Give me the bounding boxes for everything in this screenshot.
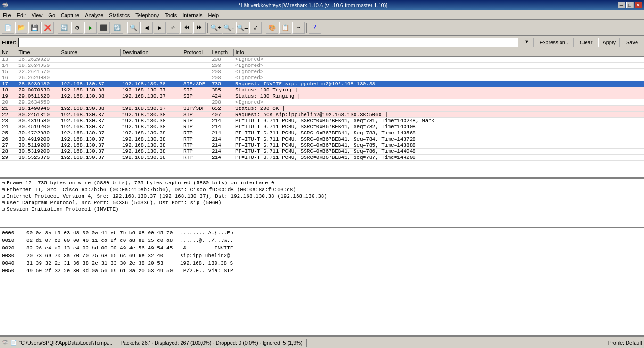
table-cell: 22: [0, 112, 17, 118]
expand-icon[interactable]: ⊞: [2, 207, 5, 212]
go-to-first-button[interactable]: ⏮: [180, 22, 192, 34]
capture-options-button[interactable]: ⚙: [71, 22, 83, 34]
menu-item-file[interactable]: File: [0, 11, 14, 19]
menu-item-internals[interactable]: Internals: [180, 11, 205, 19]
filter-toolbar-button[interactable]: 🔍: [127, 22, 140, 34]
restart-button[interactable]: 🔃: [111, 22, 123, 34]
hex-ascii: ........ A.{...Ep: [180, 229, 233, 237]
table-cell: SIP/SDF: [182, 81, 210, 87]
table-row[interactable]: 1419.2634950208<Ignored>: [0, 63, 644, 69]
expand-icon[interactable]: ⊞: [2, 200, 5, 206]
resize-columns-button[interactable]: ↔: [292, 22, 305, 34]
open-button[interactable]: 📂: [15, 22, 27, 34]
detail-text: Internet Protocol Version 4, Src: 192.16…: [7, 193, 327, 199]
table-row[interactable]: 2530.4722080192.168.130.37192.168.130.38…: [0, 130, 644, 136]
hex-dump[interactable]: 000000 0a 8a f9 03 d8 00 0a 41 eb 7b b6 …: [0, 228, 644, 337]
titlebar-controls: ─ □ ✕: [618, 2, 642, 8]
hex-bytes: 20 73 69 70 3a 70 70 75 68 65 6c 69 6e 3…: [26, 252, 173, 259]
table-row[interactable]: 1626.2629080208<Ignored>: [0, 75, 644, 81]
detail-row[interactable]: ⊞Frame 17: 735 bytes on wire (5880 bits)…: [0, 180, 644, 186]
detail-row[interactable]: ⊞User Datagram Protocol, Src Port: 50336…: [0, 199, 644, 206]
expand-icon[interactable]: ⊞: [2, 193, 5, 199]
table-cell: [59, 69, 120, 75]
table-cell: 30.4722080: [17, 130, 59, 136]
table-cell: 27: [0, 142, 17, 149]
menu-item-tools[interactable]: Tools: [162, 11, 180, 19]
table-row[interactable]: 2430.4519200192.168.130.37192.168.130.38…: [0, 124, 644, 130]
zoom-fit-button[interactable]: ⤢: [249, 22, 262, 34]
table-cell: 29.2634550: [17, 99, 59, 106]
menu-item-analyze[interactable]: Analyze: [82, 11, 106, 19]
hex-offset: 0010: [2, 237, 19, 244]
menu-item-help[interactable]: Help: [205, 11, 222, 19]
zoom-out-button[interactable]: 🔍-: [223, 22, 235, 34]
table-row[interactable]: 2230.2451310192.168.130.37192.168.130.38…: [0, 112, 644, 118]
go-to-packet-button[interactable]: ↩: [167, 22, 179, 34]
table-cell: <Ignored>: [233, 99, 644, 106]
detail-row[interactable]: ⊞Ethernet II, Src: Cisco_eb:7b:b6 (00:0a…: [0, 186, 644, 193]
apply-button[interactable]: Apply: [598, 38, 620, 47]
menu-item-go[interactable]: Go: [45, 11, 58, 19]
stop-capture-button[interactable]: ⬛: [98, 22, 110, 34]
table-row[interactable]: 1316.2629020208<Ignored>: [0, 56, 644, 63]
detail-row[interactable]: ⊞Session Initiation Protocol (INVITE): [0, 206, 644, 213]
clear-button[interactable]: Clear: [576, 38, 596, 47]
packet-table: No. Time Source Destination Protocol Len…: [0, 49, 644, 161]
table-cell: 26: [0, 136, 17, 142]
hex-ascii: ......@. ./...%..: [180, 237, 233, 244]
expand-icon[interactable]: ⊞: [2, 187, 5, 192]
table-cell: 28: [0, 149, 17, 155]
table-row[interactable]: 2830.5319200192.168.130.37192.168.130.38…: [0, 149, 644, 155]
expand-icon[interactable]: ⊞: [2, 180, 5, 186]
table-row[interactable]: 1728.8939480192.168.130.37192.168.130.38…: [0, 81, 644, 87]
packet-list[interactable]: No. Time Source Destination Protocol Len…: [0, 49, 644, 179]
expression-button[interactable]: Expression...: [536, 38, 574, 47]
statusbar: 🦈 📄 "C:\Users\SPQR\AppData\Local\Temp\..…: [0, 337, 644, 348]
menu-item-capture[interactable]: Capture: [58, 11, 82, 19]
close-button2[interactable]: ❌: [41, 22, 54, 34]
close-button[interactable]: ✕: [635, 2, 642, 8]
table-row[interactable]: 2130.1490940192.168.130.38192.168.130.37…: [0, 106, 644, 112]
filterbar: Filter: ▼ Expression... Clear Apply Save: [0, 36, 644, 49]
auto-scroll-button[interactable]: 📋: [279, 22, 291, 34]
menu-item-view[interactable]: View: [29, 11, 46, 19]
new-capture-button[interactable]: 📄: [2, 22, 14, 34]
table-row[interactable]: 1929.0511620192.168.130.38192.168.130.37…: [0, 93, 644, 99]
start-capture-button[interactable]: ▶: [84, 22, 97, 34]
menu-item-telephony[interactable]: Telephony: [132, 11, 162, 19]
table-cell: 30.4519200: [17, 124, 59, 130]
table-row[interactable]: 2930.5525870192.168.130.37192.168.130.38…: [0, 155, 644, 161]
packet-details[interactable]: ⊞Frame 17: 735 bytes on wire (5880 bits)…: [0, 179, 644, 228]
table-row[interactable]: 2630.4919200192.168.130.37192.168.130.38…: [0, 136, 644, 142]
table-cell: PT=ITU-T G.711 PCMU, SSRC=0xB67BEB41, Se…: [233, 136, 644, 142]
go-forward-button[interactable]: ▶: [154, 22, 166, 34]
colorize-button[interactable]: 🎨: [266, 22, 278, 34]
table-cell: 208: [210, 75, 233, 81]
profile: Profile: Default: [608, 340, 642, 346]
table-cell: [59, 63, 120, 69]
go-to-last-button[interactable]: ⏭: [193, 22, 206, 34]
maximize-button[interactable]: □: [626, 2, 634, 8]
zoom-in-button[interactable]: 🔍+: [210, 22, 222, 34]
zoom-normal-button[interactable]: 🔍=: [236, 22, 248, 34]
filter-dropdown-button[interactable]: ▼: [520, 38, 534, 47]
save-button[interactable]: 💾: [28, 22, 41, 34]
table-row[interactable]: 1522.2641570208<Ignored>: [0, 69, 644, 75]
detail-row[interactable]: ⊞Internet Protocol Version 4, Src: 192.1…: [0, 193, 644, 199]
table-cell: 192.168.130.38: [59, 106, 120, 112]
table-cell: 26.2629080: [17, 75, 59, 81]
reload-button[interactable]: 🔄: [58, 22, 70, 34]
help-button[interactable]: ?: [309, 22, 321, 34]
save-filter-button[interactable]: Save: [622, 38, 642, 47]
table-row[interactable]: 2029.2634550208<Ignored>: [0, 99, 644, 106]
col-header-source: Source: [59, 49, 120, 56]
table-row[interactable]: 1829.0070630192.168.130.38192.168.130.37…: [0, 87, 644, 93]
menu-item-edit[interactable]: Edit: [14, 11, 29, 19]
go-back-button[interactable]: ◀: [140, 22, 153, 34]
filter-input[interactable]: [18, 38, 518, 47]
packet-tbody: 1316.2629020208<Ignored>1419.2634950208<…: [0, 56, 644, 161]
minimize-button[interactable]: ─: [618, 2, 625, 8]
table-row[interactable]: 2330.4319580192.168.130.37192.168.130.38…: [0, 118, 644, 124]
table-row[interactable]: 2730.5119200192.168.130.37192.168.130.38…: [0, 142, 644, 149]
menu-item-statistics[interactable]: Statistics: [106, 11, 132, 19]
